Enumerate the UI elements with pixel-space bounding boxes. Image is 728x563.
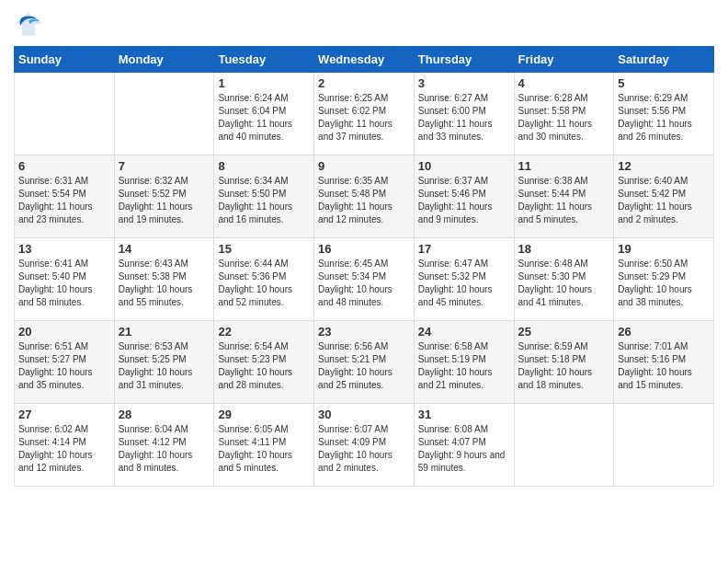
day-cell: 29Sunrise: 6:05 AM Sunset: 4:11 PM Dayli… xyxy=(214,404,314,487)
header xyxy=(14,9,714,39)
day-info: Sunrise: 6:40 AM Sunset: 5:42 PM Dayligh… xyxy=(618,175,710,226)
logo-icon xyxy=(14,9,43,39)
day-info: Sunrise: 6:02 AM Sunset: 4:14 PM Dayligh… xyxy=(18,423,110,475)
day-info: Sunrise: 6:59 AM Sunset: 5:18 PM Dayligh… xyxy=(518,340,610,392)
column-header-saturday: Saturday xyxy=(614,47,714,73)
day-number: 16 xyxy=(318,242,410,256)
day-info: Sunrise: 6:41 AM Sunset: 5:40 PM Dayligh… xyxy=(18,258,110,309)
day-info: Sunrise: 7:01 AM Sunset: 5:16 PM Dayligh… xyxy=(618,340,710,392)
column-header-tuesday: Tuesday xyxy=(214,47,314,73)
day-info: Sunrise: 6:38 AM Sunset: 5:44 PM Dayligh… xyxy=(518,175,610,226)
day-cell: 3Sunrise: 6:27 AM Sunset: 6:00 PM Daylig… xyxy=(414,73,514,155)
day-info: Sunrise: 6:08 AM Sunset: 4:07 PM Dayligh… xyxy=(418,423,510,475)
day-info: Sunrise: 6:43 AM Sunset: 5:38 PM Dayligh… xyxy=(119,258,210,309)
day-number: 10 xyxy=(418,159,510,173)
day-number: 30 xyxy=(318,408,410,421)
day-cell: 12Sunrise: 6:40 AM Sunset: 5:42 PM Dayli… xyxy=(614,155,714,238)
day-number: 17 xyxy=(418,242,510,256)
day-cell: 30Sunrise: 6:07 AM Sunset: 4:09 PM Dayli… xyxy=(314,404,415,487)
day-cell: 24Sunrise: 6:58 AM Sunset: 5:19 PM Dayli… xyxy=(414,321,514,404)
day-info: Sunrise: 6:48 AM Sunset: 5:30 PM Dayligh… xyxy=(518,258,610,309)
day-cell xyxy=(614,404,714,487)
day-number: 9 xyxy=(318,159,410,173)
day-info: Sunrise: 6:50 AM Sunset: 5:29 PM Dayligh… xyxy=(618,258,710,309)
day-cell: 17Sunrise: 6:47 AM Sunset: 5:32 PM Dayli… xyxy=(414,238,514,321)
day-info: Sunrise: 6:07 AM Sunset: 4:09 PM Dayligh… xyxy=(318,423,410,475)
day-cell xyxy=(514,404,614,487)
day-number: 14 xyxy=(119,242,210,256)
logo xyxy=(14,9,47,39)
day-number: 31 xyxy=(418,408,510,421)
day-info: Sunrise: 6:35 AM Sunset: 5:48 PM Dayligh… xyxy=(318,175,410,226)
day-cell: 23Sunrise: 6:56 AM Sunset: 5:21 PM Dayli… xyxy=(314,321,415,404)
day-cell: 10Sunrise: 6:37 AM Sunset: 5:46 PM Dayli… xyxy=(414,155,514,238)
day-info: Sunrise: 6:04 AM Sunset: 4:12 PM Dayligh… xyxy=(119,423,210,475)
day-cell: 8Sunrise: 6:34 AM Sunset: 5:50 PM Daylig… xyxy=(214,155,314,238)
day-number: 7 xyxy=(119,159,210,173)
column-header-friday: Friday xyxy=(514,47,614,73)
day-info: Sunrise: 6:51 AM Sunset: 5:27 PM Dayligh… xyxy=(18,340,110,392)
day-number: 2 xyxy=(318,76,410,90)
column-header-thursday: Thursday xyxy=(414,47,514,73)
column-header-sunday: Sunday xyxy=(15,47,115,73)
day-cell: 22Sunrise: 6:54 AM Sunset: 5:23 PM Dayli… xyxy=(214,321,314,404)
column-header-wednesday: Wednesday xyxy=(314,47,415,73)
day-number: 11 xyxy=(518,159,610,173)
day-number: 20 xyxy=(18,325,110,339)
day-number: 26 xyxy=(618,325,710,339)
day-cell: 25Sunrise: 6:59 AM Sunset: 5:18 PM Dayli… xyxy=(514,321,614,404)
day-cell: 15Sunrise: 6:44 AM Sunset: 5:36 PM Dayli… xyxy=(214,238,314,321)
day-number: 4 xyxy=(518,76,610,90)
day-info: Sunrise: 6:28 AM Sunset: 5:58 PM Dayligh… xyxy=(518,92,610,144)
week-row-1: 1Sunrise: 6:24 AM Sunset: 6:04 PM Daylig… xyxy=(15,73,714,155)
day-number: 29 xyxy=(218,408,310,421)
day-number: 28 xyxy=(119,408,210,421)
week-row-4: 20Sunrise: 6:51 AM Sunset: 5:27 PM Dayli… xyxy=(15,321,714,404)
day-number: 22 xyxy=(218,325,310,339)
day-cell: 4Sunrise: 6:28 AM Sunset: 5:58 PM Daylig… xyxy=(514,73,614,155)
day-info: Sunrise: 6:44 AM Sunset: 5:36 PM Dayligh… xyxy=(218,258,310,309)
week-row-5: 27Sunrise: 6:02 AM Sunset: 4:14 PM Dayli… xyxy=(15,404,714,487)
day-info: Sunrise: 6:25 AM Sunset: 6:02 PM Dayligh… xyxy=(318,92,410,144)
day-number: 25 xyxy=(518,325,610,339)
day-cell: 28Sunrise: 6:04 AM Sunset: 4:12 PM Dayli… xyxy=(114,404,214,487)
day-info: Sunrise: 6:27 AM Sunset: 6:00 PM Dayligh… xyxy=(418,92,510,144)
day-number: 23 xyxy=(318,325,410,339)
day-info: Sunrise: 6:56 AM Sunset: 5:21 PM Dayligh… xyxy=(318,340,410,392)
day-cell: 11Sunrise: 6:38 AM Sunset: 5:44 PM Dayli… xyxy=(514,155,614,238)
week-row-3: 13Sunrise: 6:41 AM Sunset: 5:40 PM Dayli… xyxy=(15,238,714,321)
day-cell: 1Sunrise: 6:24 AM Sunset: 6:04 PM Daylig… xyxy=(214,73,314,155)
day-number: 24 xyxy=(418,325,510,339)
day-cell: 5Sunrise: 6:29 AM Sunset: 5:56 PM Daylig… xyxy=(614,73,714,155)
day-info: Sunrise: 6:47 AM Sunset: 5:32 PM Dayligh… xyxy=(418,258,510,309)
header-row: SundayMondayTuesdayWednesdayThursdayFrid… xyxy=(15,47,714,73)
day-number: 5 xyxy=(618,76,710,90)
day-info: Sunrise: 6:45 AM Sunset: 5:34 PM Dayligh… xyxy=(318,258,410,309)
day-cell: 7Sunrise: 6:32 AM Sunset: 5:52 PM Daylig… xyxy=(114,155,214,238)
day-cell: 26Sunrise: 7:01 AM Sunset: 5:16 PM Dayli… xyxy=(614,321,714,404)
day-info: Sunrise: 6:34 AM Sunset: 5:50 PM Dayligh… xyxy=(218,175,310,226)
day-cell: 9Sunrise: 6:35 AM Sunset: 5:48 PM Daylig… xyxy=(314,155,415,238)
svg-marker-0 xyxy=(16,13,41,36)
day-info: Sunrise: 6:05 AM Sunset: 4:11 PM Dayligh… xyxy=(218,423,310,475)
day-cell: 14Sunrise: 6:43 AM Sunset: 5:38 PM Dayli… xyxy=(114,238,214,321)
day-cell: 21Sunrise: 6:53 AM Sunset: 5:25 PM Dayli… xyxy=(114,321,214,404)
day-info: Sunrise: 6:29 AM Sunset: 5:56 PM Dayligh… xyxy=(618,92,710,144)
day-cell xyxy=(114,73,214,155)
page: SundayMondayTuesdayWednesdayThursdayFrid… xyxy=(0,0,728,563)
day-number: 21 xyxy=(119,325,210,339)
day-number: 3 xyxy=(418,76,510,90)
day-number: 6 xyxy=(18,159,110,173)
day-info: Sunrise: 6:24 AM Sunset: 6:04 PM Dayligh… xyxy=(218,92,310,144)
day-cell: 16Sunrise: 6:45 AM Sunset: 5:34 PM Dayli… xyxy=(314,238,415,321)
day-cell: 18Sunrise: 6:48 AM Sunset: 5:30 PM Dayli… xyxy=(514,238,614,321)
day-info: Sunrise: 6:37 AM Sunset: 5:46 PM Dayligh… xyxy=(418,175,510,226)
column-header-monday: Monday xyxy=(114,47,214,73)
day-info: Sunrise: 6:31 AM Sunset: 5:54 PM Dayligh… xyxy=(18,175,110,226)
day-cell xyxy=(15,73,115,155)
day-number: 15 xyxy=(218,242,310,256)
day-number: 8 xyxy=(218,159,310,173)
day-cell: 6Sunrise: 6:31 AM Sunset: 5:54 PM Daylig… xyxy=(15,155,115,238)
day-number: 18 xyxy=(518,242,610,256)
day-number: 1 xyxy=(218,76,310,90)
